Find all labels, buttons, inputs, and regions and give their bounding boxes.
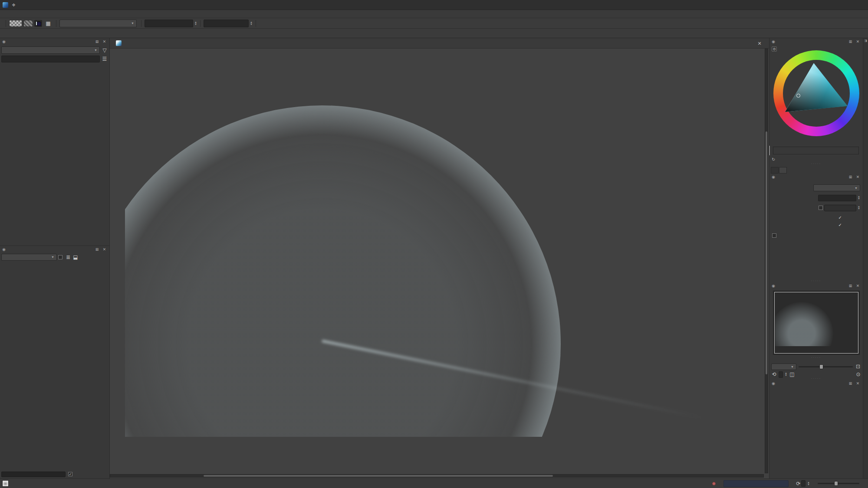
toolbar-separator bbox=[56, 20, 56, 27]
overview-docker: ◉ ⊞ ✕ ····· ▼ ⊡ ⟲ bbox=[769, 282, 863, 380]
menu-bar bbox=[0, 10, 868, 18]
layer-options-menu-icon[interactable]: ☰ bbox=[101, 56, 108, 62]
workspace-chooser-icon[interactable]: ▦ bbox=[43, 19, 53, 28]
memory-usage-bar bbox=[723, 480, 789, 487]
status-bar: ⟳ ▲▼ bbox=[0, 478, 868, 488]
close-docker-icon[interactable]: ✕ bbox=[855, 284, 861, 288]
docker-icon: ◉ bbox=[2, 247, 6, 252]
float-docker-icon[interactable]: ⊞ bbox=[94, 247, 100, 252]
opacity-slider-fill bbox=[145, 20, 193, 27]
app-icon bbox=[3, 2, 8, 8]
chevron-down-icon: ▼ bbox=[128, 22, 134, 25]
brush-size-spinner[interactable]: ▲▼ bbox=[250, 21, 253, 26]
opacity-spinner[interactable]: ▲▼ bbox=[194, 21, 197, 26]
right-dock-tabs bbox=[771, 167, 787, 174]
window-menu-icon[interactable]: ❖ bbox=[12, 3, 16, 7]
tab-recorder[interactable] bbox=[771, 167, 779, 174]
docker-icon: ◉ bbox=[772, 381, 775, 386]
float-docker-icon[interactable]: ⊞ bbox=[848, 175, 853, 179]
maximize-button[interactable] bbox=[844, 1, 854, 9]
layer-opacity-slider[interactable] bbox=[1, 56, 100, 62]
rotation-spinner[interactable]: ▲▼ bbox=[785, 372, 787, 377]
zoom-slider-handle[interactable] bbox=[834, 481, 838, 486]
overview-view-rectangle[interactable] bbox=[774, 292, 858, 354]
zoom-slider-handle[interactable] bbox=[819, 364, 823, 369]
float-docker-icon[interactable]: ⊞ bbox=[848, 284, 853, 288]
brush-tag-filter-combo[interactable]: ▼ bbox=[1, 254, 57, 261]
canvas-angle-spinner[interactable]: ▲▼ bbox=[807, 481, 810, 486]
close-docker-icon[interactable]: ✕ bbox=[855, 39, 861, 44]
detail-view-icon[interactable]: ⬓ bbox=[72, 254, 79, 261]
subwindow-close-icon[interactable]: ✕ bbox=[756, 40, 763, 47]
layer-blend-mode-combo[interactable]: ▼ bbox=[1, 46, 100, 54]
docker-icon: ◉ bbox=[772, 175, 775, 179]
delay-spinner[interactable]: ▲▼ bbox=[858, 206, 860, 210]
overview-zoom-slider[interactable] bbox=[799, 366, 853, 367]
close-docker-icon[interactable]: ✕ bbox=[855, 381, 861, 386]
quick-settings-docker: ◉ ⊞ ✕ bbox=[769, 380, 863, 478]
subwindow-titlebar[interactable]: ✕ bbox=[110, 38, 769, 49]
chevron-down-icon: ▼ bbox=[787, 365, 794, 368]
canvas-angle-icon[interactable]: ⟳ bbox=[796, 479, 801, 488]
close-docker-icon[interactable]: ✕ bbox=[855, 175, 861, 179]
gradient-chooser-swatch[interactable] bbox=[9, 20, 22, 27]
tool-bar bbox=[0, 29, 868, 38]
layers-button-bar bbox=[0, 236, 109, 244]
current-brush-icon[interactable] bbox=[2, 480, 9, 487]
float-docker-icon[interactable]: ⊞ bbox=[94, 39, 100, 44]
toolbar-separator bbox=[200, 20, 201, 27]
scrollbar-thumb[interactable] bbox=[766, 131, 767, 374]
fg-bg-color-swatch[interactable] bbox=[34, 20, 42, 27]
refresh-history-icon[interactable]: ↻ bbox=[772, 157, 775, 162]
overview-thumbnail[interactable] bbox=[773, 291, 860, 355]
sample-count-slider[interactable] bbox=[818, 195, 856, 201]
right-edge-strip: ◨ bbox=[863, 38, 868, 478]
finish-line-checkbox[interactable]: ✓ bbox=[838, 215, 842, 220]
snap-to-assistants-checkbox[interactable] bbox=[772, 233, 776, 238]
selector-settings-icon[interactable]: ⚙ bbox=[772, 46, 777, 52]
close-docker-icon[interactable]: ✕ bbox=[102, 39, 107, 44]
filter-in-tag-checkbox[interactable]: ✓ bbox=[68, 472, 72, 476]
blending-mode-combo[interactable]: ▼ bbox=[59, 20, 137, 27]
document-icon bbox=[116, 40, 122, 46]
zoom-slider[interactable] bbox=[818, 483, 859, 484]
color-history-strip[interactable] bbox=[773, 147, 859, 154]
advanced-color-selector-docker: ◉ ⊞ ✕ ⚙ ↻ ····· bbox=[769, 38, 863, 167]
overview-zoom-combo[interactable]: ▼ bbox=[771, 364, 796, 370]
delay-slider[interactable] bbox=[824, 205, 856, 211]
stabilize-sensors-checkbox[interactable]: ✓ bbox=[838, 223, 842, 227]
docker-icon: ◉ bbox=[772, 39, 775, 44]
scrollbar-thumb[interactable] bbox=[204, 475, 553, 477]
float-docker-icon[interactable]: ⊞ bbox=[848, 39, 853, 44]
recorder-indicator[interactable] bbox=[712, 482, 717, 485]
close-docker-icon[interactable]: ✕ bbox=[102, 247, 107, 252]
canvas-horizontal-scrollbar[interactable] bbox=[110, 474, 764, 478]
list-view-icon[interactable]: ≣ bbox=[65, 254, 71, 261]
left-dock: ◉ ⊞ ✕ ▼ ▽ ☰ ◉ ⊞ ✕ bbox=[0, 38, 110, 478]
fit-page-icon[interactable]: ⊡ bbox=[855, 364, 861, 370]
minimize-button[interactable] bbox=[832, 1, 843, 9]
window-titlebar: ❖ bbox=[0, 0, 868, 10]
chevron-down-icon: ▼ bbox=[851, 187, 858, 190]
canvas-angle-spinbox[interactable] bbox=[801, 480, 806, 487]
layer-filter-icon[interactable]: ▽ bbox=[101, 46, 108, 54]
brush-size-slider[interactable] bbox=[204, 20, 249, 27]
brush-size-slider-fill bbox=[204, 20, 248, 27]
brush-search-input[interactable] bbox=[1, 472, 66, 477]
pattern-chooser-swatch[interactable] bbox=[23, 20, 33, 27]
right-dock: ◉ ⊞ ✕ ⚙ ↻ ····· ◉ ⊞ ✕ bbox=[769, 38, 863, 478]
collapsed-docker-icon[interactable]: ◨ bbox=[864, 39, 867, 43]
close-button[interactable] bbox=[855, 1, 865, 9]
chevron-down-icon: ▼ bbox=[91, 49, 97, 52]
float-docker-icon[interactable]: ⊞ bbox=[848, 381, 853, 386]
docker-icon: ◉ bbox=[2, 39, 6, 44]
canvas[interactable] bbox=[125, 85, 749, 437]
tag-checkbox[interactable] bbox=[58, 255, 62, 259]
opacity-slider[interactable] bbox=[145, 20, 193, 27]
delay-checkbox[interactable] bbox=[819, 206, 823, 210]
brush-smoothing-combo[interactable]: ▼ bbox=[813, 184, 860, 191]
sample-count-spinner[interactable]: ▲▼ bbox=[858, 196, 860, 200]
tab-tool-options[interactable] bbox=[779, 167, 787, 174]
brush-presets-docker: ◉ ⊞ ✕ ▼ ≣ ⬓ ✓ bbox=[0, 246, 109, 478]
canvas-vertical-scrollbar[interactable] bbox=[765, 49, 768, 473]
